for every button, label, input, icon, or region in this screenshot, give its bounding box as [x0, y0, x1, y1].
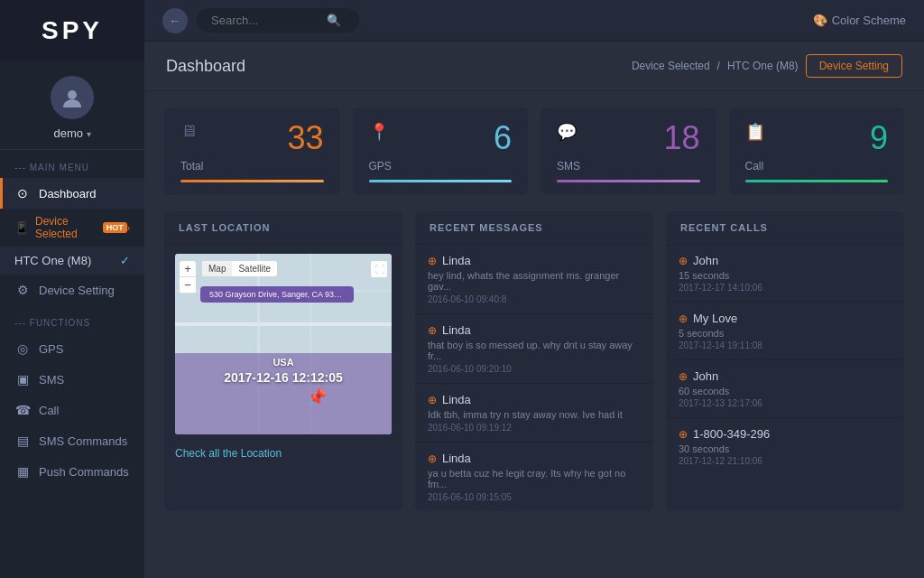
- map-visual: USA 2017-12-16 12:12:05 + − Map: [175, 254, 392, 434]
- content-area: 🖥 33 Total 📍 6 GPS 💬 18 SMS: [144, 91, 924, 578]
- message-item[interactable]: ⊕Linda ya u betta cuz he legit cray. Its…: [415, 443, 653, 511]
- map-tab-map[interactable]: Map: [202, 261, 232, 276]
- svg-point-0: [68, 90, 77, 99]
- check-location-link[interactable]: Check all the Location: [164, 438, 402, 469]
- map-type-bar: Map Satellite: [202, 261, 277, 276]
- sidebar-item-device-selected[interactable]: 📱 Device Selected HOT ›: [0, 209, 144, 247]
- stat-card-gps: 📍 6 GPS: [353, 107, 529, 195]
- sms-label: SMS: [557, 160, 700, 172]
- sidebar-item-push-commands[interactable]: ▦ Push Commands: [0, 456, 144, 487]
- chevron-right-icon: ›: [127, 223, 130, 233]
- search-icon: 🔍: [327, 14, 341, 27]
- sidebar-item-gps[interactable]: ◎ GPS: [0, 333, 144, 364]
- map-road-h: [175, 322, 392, 326]
- total-label: Total: [180, 160, 324, 172]
- color-scheme-button[interactable]: 🎨 Color Scheme: [813, 14, 906, 27]
- avatar: [51, 76, 94, 119]
- device-name-item[interactable]: HTC One (M8) ✓: [0, 247, 144, 275]
- stat-card-total: 🖥 33 Total: [164, 107, 340, 195]
- push-commands-icon: ▦: [14, 464, 31, 479]
- contact-plus-icon: ⊕: [679, 370, 688, 383]
- settings-icon: ⚙: [14, 283, 31, 297]
- map-tab-satellite[interactable]: Satellite: [232, 261, 277, 276]
- map-fullscreen-button[interactable]: ⛶: [371, 261, 387, 277]
- call-icon: ☎: [14, 403, 31, 417]
- call-item[interactable]: ⊕John 60 seconds 2017-12-13 12:17:06: [666, 360, 904, 418]
- breadcrumb: Device Selected / HTC One (M8) Device Se…: [632, 54, 902, 78]
- panels-row: LAST LOCATION: [164, 211, 904, 511]
- map-zoom-out-button[interactable]: −: [180, 277, 196, 294]
- contact-plus-icon: ⊕: [428, 255, 437, 267]
- recent-messages-header: RECENT MESSAGES: [415, 211, 653, 245]
- contact-plus-icon: ⊕: [679, 255, 688, 267]
- sms-icon: ▣: [14, 372, 31, 387]
- device-setting-button[interactable]: Device Setting: [806, 54, 902, 78]
- color-scheme-icon: 🎨: [813, 14, 827, 27]
- sidebar-item-sms[interactable]: ▣ SMS: [0, 364, 144, 395]
- sidebar: SPY demo ▾ --- MAIN MENU ⊙ Dashboard 📱 D…: [0, 0, 144, 578]
- last-location-header: LAST LOCATION: [164, 211, 402, 245]
- username[interactable]: demo ▾: [53, 126, 90, 140]
- hot-badge: HOT: [103, 222, 127, 233]
- sidebar-item-device-setting[interactable]: ⚙ Device Setting: [0, 275, 144, 305]
- contact-plus-icon: ⊕: [428, 394, 437, 406]
- sidebar-item-sms-commands[interactable]: ▤ SMS Commands: [0, 425, 144, 456]
- message-item[interactable]: ⊕Linda hey lind, whats the assignment ms…: [415, 245, 653, 314]
- contact-plus-icon: ⊕: [679, 428, 688, 441]
- avatar-area: demo ▾: [0, 61, 144, 150]
- gps-value: 6: [494, 122, 512, 154]
- sms-commands-icon: ▤: [14, 434, 31, 448]
- checkmark-icon: ✓: [120, 254, 130, 267]
- search-container: 🔍: [197, 8, 359, 33]
- page-title: Dashboard: [166, 57, 245, 76]
- map-datetime: 2017-12-16 12:12:05: [224, 370, 343, 385]
- last-location-panel: LAST LOCATION: [164, 211, 402, 511]
- total-icon: 🖥: [180, 122, 197, 141]
- main-menu-label: --- MAIN MENU: [0, 150, 144, 178]
- contact-plus-icon: ⊕: [428, 324, 437, 337]
- recent-messages-list: ⊕Linda hey lind, whats the assignment ms…: [415, 245, 653, 511]
- total-value: 33: [287, 122, 323, 154]
- call-bar: [745, 180, 889, 182]
- device-icon: 📱: [14, 221, 29, 235]
- dashboard-icon: ⊙: [14, 186, 31, 200]
- sms-value: 18: [663, 122, 699, 154]
- total-bar: [180, 180, 324, 182]
- gps-stat-icon: 📍: [369, 122, 389, 142]
- map-zoom-in-button[interactable]: +: [180, 261, 196, 277]
- functions-label: --- FUNCTIONS: [0, 305, 144, 333]
- call-item[interactable]: ⊕1-800-349-296 30 seconds 2017-12-12 21:…: [666, 418, 904, 475]
- recent-calls-panel: RECENT CALLS ⊕John 15 seconds 2017-12-17…: [666, 211, 904, 511]
- message-item[interactable]: ⊕Linda Idk tbh, imma try n stay away now…: [415, 384, 653, 443]
- contact-plus-icon: ⊕: [428, 452, 437, 465]
- page-header: Dashboard Device Selected / HTC One (M8)…: [144, 42, 924, 91]
- map-controls[interactable]: + −: [180, 261, 196, 294]
- main-content: ← 🔍 🎨 Color Scheme Dashboard Device Sele…: [144, 0, 924, 578]
- gps-label: GPS: [369, 160, 513, 172]
- call-item[interactable]: ⊕My Love 5 seconds 2017-12-14 19:11:08: [666, 303, 904, 360]
- gps-bar: [369, 180, 513, 182]
- map-pin-icon: 📌: [307, 387, 327, 407]
- map-container: USA 2017-12-16 12:12:05 + − Map: [175, 254, 392, 434]
- recent-messages-panel: RECENT MESSAGES ⊕Linda hey lind, whats t…: [415, 211, 653, 511]
- gps-icon: ◎: [14, 341, 31, 356]
- call-stat-icon: 📋: [745, 122, 765, 142]
- breadcrumb-model: HTC One (M8): [727, 60, 799, 72]
- back-button[interactable]: ←: [162, 8, 188, 33]
- topbar: ← 🔍 🎨 Color Scheme: [144, 0, 924, 42]
- stat-card-call: 📋 9 Call: [729, 107, 905, 195]
- search-input[interactable]: [211, 14, 319, 27]
- call-label: Call: [745, 160, 889, 172]
- message-item[interactable]: ⊕Linda that boy is so messed up. why dnt…: [415, 314, 653, 384]
- call-value: 9: [870, 122, 888, 154]
- map-country: USA: [224, 357, 343, 368]
- breadcrumb-separator: /: [717, 60, 720, 72]
- recent-calls-header: RECENT CALLS: [666, 211, 904, 245]
- map-address-popup: 530 Grayson Drive, Sanger, CA 93657,: [200, 286, 354, 303]
- call-item[interactable]: ⊕John 15 seconds 2017-12-17 14:10:06: [666, 245, 904, 303]
- recent-calls-list: ⊕John 15 seconds 2017-12-17 14:10:06 ⊕My…: [666, 245, 904, 475]
- sidebar-item-dashboard[interactable]: ⊙ Dashboard: [0, 178, 144, 209]
- sms-stat-icon: 💬: [557, 122, 577, 142]
- logo: SPY: [0, 0, 144, 61]
- sidebar-item-call[interactable]: ☎ Call: [0, 395, 144, 425]
